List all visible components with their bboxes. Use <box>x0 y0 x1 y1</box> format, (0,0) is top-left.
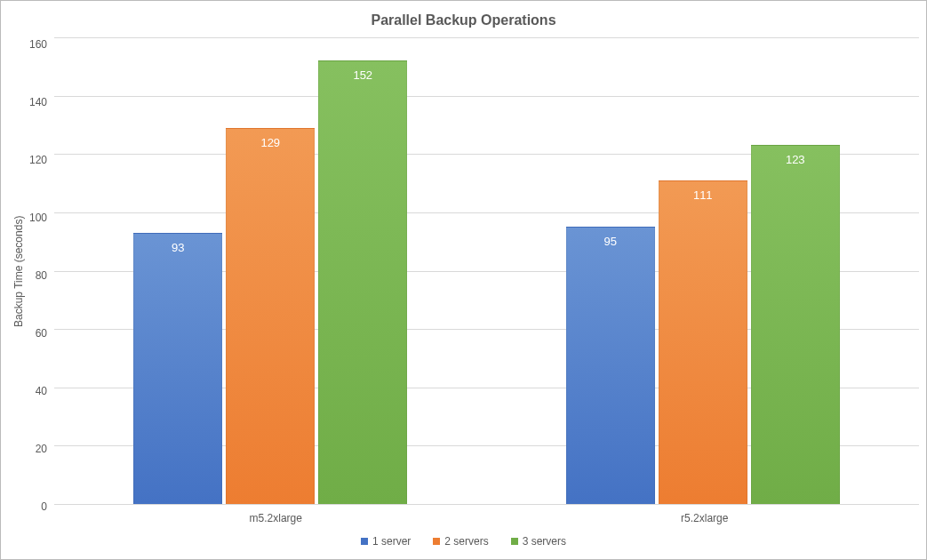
bar-2servers-r5: 111 <box>659 180 747 504</box>
bar-1server-r5: 95 <box>566 227 655 504</box>
legend-label: 1 server <box>372 535 411 548</box>
legend-item-3servers: 3 servers <box>511 535 566 548</box>
legend-item-2servers: 2 servers <box>433 535 488 548</box>
bar-value-label: 129 <box>260 136 280 149</box>
legend-label: 2 servers <box>444 535 488 548</box>
y-tick: 120 <box>29 160 47 161</box>
bar-value-label: 93 <box>172 241 184 254</box>
plot-area: 93 129 152 95 111 <box>54 37 919 505</box>
y-tick: 80 <box>29 276 47 276</box>
legend-swatch-icon <box>361 538 368 545</box>
chart-body: Backup Time (seconds) 160 140 120 100 80… <box>8 37 919 505</box>
chart-title: Parallel Backup Operations <box>8 8 919 37</box>
bar-1server-m5: 93 <box>133 233 222 504</box>
x-axis: m5.2xlarge r5.2xlarge <box>8 512 919 524</box>
bar-group-r5: 95 111 123 <box>487 37 919 504</box>
legend: 1 server 2 servers 3 servers <box>8 524 919 552</box>
y-tick: 160 <box>29 44 47 45</box>
y-tick: 40 <box>29 391 47 392</box>
y-tick: 140 <box>29 102 47 103</box>
y-axis-label: Backup Time (seconds) <box>8 37 29 505</box>
bar-value-label: 123 <box>786 153 805 166</box>
y-tick: 20 <box>29 449 47 450</box>
legend-item-1server: 1 server <box>361 535 411 548</box>
legend-label: 3 servers <box>523 535 566 548</box>
legend-swatch-icon <box>511 538 518 545</box>
y-tick: 60 <box>29 333 47 334</box>
bar-value-label: 152 <box>353 68 372 82</box>
bar-value-label: 111 <box>693 188 713 202</box>
x-tick: m5.2xlarge <box>61 512 491 524</box>
x-tick: r5.2xlarge <box>491 512 920 524</box>
bar-3servers-m5: 152 <box>318 60 407 504</box>
chart-container: Parallel Backup Operations Backup Time (… <box>1 1 926 559</box>
bar-value-label: 95 <box>604 235 617 248</box>
bar-group-m5: 93 129 152 <box>54 37 486 504</box>
bar-3servers-r5: 123 <box>751 145 840 504</box>
y-tick: 100 <box>29 218 47 219</box>
y-axis: 160 140 120 100 80 60 40 20 0 <box>29 37 54 505</box>
bar-2servers-m5: 129 <box>226 128 315 504</box>
legend-swatch-icon <box>433 538 440 545</box>
bars-area: 93 129 152 95 111 <box>54 37 919 504</box>
y-tick: 0 <box>29 507 47 508</box>
